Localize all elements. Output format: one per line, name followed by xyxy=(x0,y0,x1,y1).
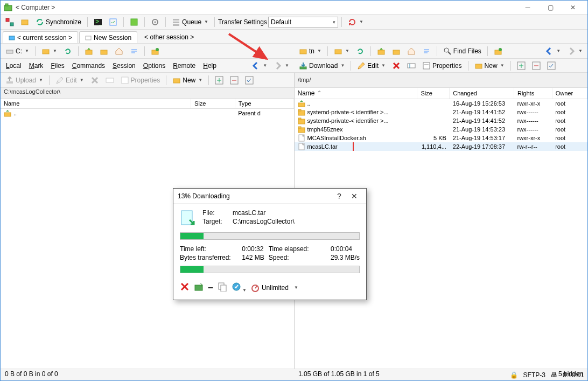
dlg-cancel-icon[interactable] xyxy=(180,282,190,293)
maximize-button[interactable]: ▢ xyxy=(539,2,562,13)
table-row[interactable]: MCASInstallDocker.sh5 KB21-Aug-19 14:53:… xyxy=(295,134,587,142)
tab-current-session[interactable]: < current session > xyxy=(3,31,78,43)
table-row[interactable]: systemd-private-< identifier >...21-Aug-… xyxy=(295,116,587,125)
remote-bookmark-icon[interactable] xyxy=(491,45,505,57)
nav-back-icon[interactable]: ▼ xyxy=(542,45,563,57)
find-files-button[interactable]: Find Files xyxy=(440,45,484,57)
dlg-minimize-icon[interactable]: – xyxy=(208,282,213,293)
menu-local[interactable]: Local xyxy=(3,61,25,71)
close-button[interactable]: ✕ xyxy=(562,2,584,13)
local-bookmark-icon[interactable] xyxy=(148,45,162,57)
check-icon[interactable] xyxy=(544,60,558,72)
dlg-once-icon[interactable]: ▼ xyxy=(232,282,247,293)
remote-props-button[interactable]: Properties xyxy=(419,60,465,72)
local-root-icon[interactable] xyxy=(97,45,111,57)
remote-refresh-icon[interactable] xyxy=(353,45,367,57)
local-nav-back-icon[interactable]: ▼ xyxy=(249,60,270,72)
remote-col-name[interactable]: Name ⌃ xyxy=(295,88,417,99)
remote-open-icon[interactable]: ▼ xyxy=(331,45,352,57)
local-new-button[interactable]: New▼ xyxy=(170,74,205,86)
dlg-progress-file xyxy=(180,232,360,240)
local-rename-icon[interactable] xyxy=(103,74,117,86)
svg-rect-41 xyxy=(122,77,128,84)
dlg-copy-icon[interactable] xyxy=(218,282,227,293)
dialog-close-icon[interactable]: ✕ xyxy=(347,192,362,200)
dlg-elapsed-label: Time elapsed: xyxy=(269,245,326,253)
local-minus-icon[interactable] xyxy=(227,74,241,86)
local-props-button[interactable]: Properties xyxy=(118,74,163,86)
table-row[interactable]: mcasLC.tar1,110,4...22-Aug-19 17:08:37rw… xyxy=(295,142,587,151)
menu-help[interactable]: Help xyxy=(200,61,220,71)
transfer-settings-combo[interactable]: Default xyxy=(268,17,338,27)
local-sync-icon[interactable] xyxy=(127,45,141,57)
local-drive-combo[interactable]: C:▼ xyxy=(3,45,32,57)
local-delete-icon[interactable] xyxy=(88,74,102,86)
tool-btn-2[interactable] xyxy=(18,16,32,28)
dlg-timeleft-label: Time left: xyxy=(180,245,237,253)
table-row[interactable]: tmph455znex21-Aug-19 14:53:23rwx------ro… xyxy=(295,125,587,134)
local-open-icon[interactable]: ▼ xyxy=(39,45,60,57)
local-nav-fwd-icon[interactable]: ▼ xyxy=(271,60,292,72)
queue-button[interactable]: Queue▼ xyxy=(169,16,211,28)
svg-rect-14 xyxy=(9,36,15,40)
dlg-background-icon[interactable] xyxy=(194,282,204,293)
remote-col-rights[interactable]: Rights xyxy=(514,88,552,99)
tool-btn-reconnect[interactable]: ▼ xyxy=(345,16,366,28)
remote-new-button[interactable]: New▼ xyxy=(472,60,507,72)
menu-session[interactable]: Session xyxy=(109,61,139,71)
nav-fwd-icon[interactable]: ▼ xyxy=(564,45,585,57)
local-refresh-icon[interactable] xyxy=(61,45,75,57)
minimize-button[interactable]: ─ xyxy=(516,2,539,13)
local-col-type[interactable]: Type xyxy=(235,99,293,109)
tool-btn-5[interactable] xyxy=(127,16,141,28)
local-col-name[interactable]: Name xyxy=(1,99,191,109)
download-button[interactable]: Download▼ xyxy=(296,60,347,72)
local-edit-button[interactable]: Edit▼ xyxy=(53,74,87,86)
local-up-icon[interactable] xyxy=(82,45,96,57)
menu-files[interactable]: Files xyxy=(47,61,67,71)
remote-delete-icon[interactable] xyxy=(389,60,403,72)
remote-root-icon[interactable] xyxy=(389,45,403,57)
remote-col-changed[interactable]: Changed xyxy=(450,88,514,99)
remote-edit-button[interactable]: Edit▼ xyxy=(354,60,388,72)
dlg-speed-dd[interactable]: ▼ xyxy=(294,285,298,290)
local-plus-icon[interactable] xyxy=(212,74,226,86)
svg-rect-23 xyxy=(335,50,341,54)
dialog-help-icon[interactable]: ? xyxy=(332,192,347,200)
table-row[interactable]: ..Parent d xyxy=(1,109,293,118)
table-row[interactable]: systemd-private-< identifier >...21-Aug-… xyxy=(295,108,587,116)
menu-commands[interactable]: Commands xyxy=(69,61,108,71)
status-print-icon[interactable]: 🖶 xyxy=(551,371,557,379)
dlg-bytes-label: Bytes transferred: xyxy=(180,254,237,261)
minus-icon[interactable] xyxy=(529,60,543,72)
tab-other-session[interactable]: < other session > xyxy=(138,31,200,43)
remote-sync-icon[interactable] xyxy=(419,45,433,57)
menu-mark[interactable]: Mark xyxy=(26,61,47,71)
tool-btn-4[interactable] xyxy=(106,16,120,28)
remote-col-owner[interactable]: Owner xyxy=(552,88,587,99)
remote-up-icon[interactable] xyxy=(374,45,388,57)
status-time: 0:10:01 xyxy=(563,371,584,379)
status-left: 0 B of 0 B in 0 of 0 xyxy=(1,369,294,380)
remote-rename-icon[interactable] xyxy=(404,60,418,72)
synchronize-button[interactable]: Synchronize xyxy=(33,16,84,28)
svg-rect-16 xyxy=(6,50,13,53)
dlg-speed-limit[interactable]: Unlimited xyxy=(251,283,289,292)
remote-home-icon[interactable] xyxy=(404,45,418,57)
upload-button[interactable]: Upload▼ xyxy=(3,74,46,86)
settings-icon[interactable] xyxy=(148,16,162,28)
svg-rect-53 xyxy=(298,127,301,128)
local-col-size[interactable]: Size xyxy=(191,99,235,109)
remote-col-size[interactable]: Size xyxy=(417,88,450,99)
menu-options[interactable]: Options xyxy=(140,61,169,71)
tool-btn-1[interactable] xyxy=(3,16,17,28)
tab-new-session[interactable]: New Session xyxy=(79,31,137,43)
table-row[interactable]: ..16-Aug-19 15:26:53rwxr-xr-xroot xyxy=(295,99,587,108)
local-check-icon[interactable] xyxy=(242,74,256,86)
status-bar: 0 B of 0 B in 0 of 0 1.05 GB of 1.05 GB … xyxy=(1,369,587,380)
plus-icon[interactable] xyxy=(514,60,528,72)
local-home-icon[interactable] xyxy=(112,45,126,57)
tool-btn-terminal[interactable]: >_ xyxy=(91,16,105,28)
remote-drive-combo[interactable]: tn▼ xyxy=(296,45,324,57)
menu-remote[interactable]: Remote xyxy=(170,61,199,71)
